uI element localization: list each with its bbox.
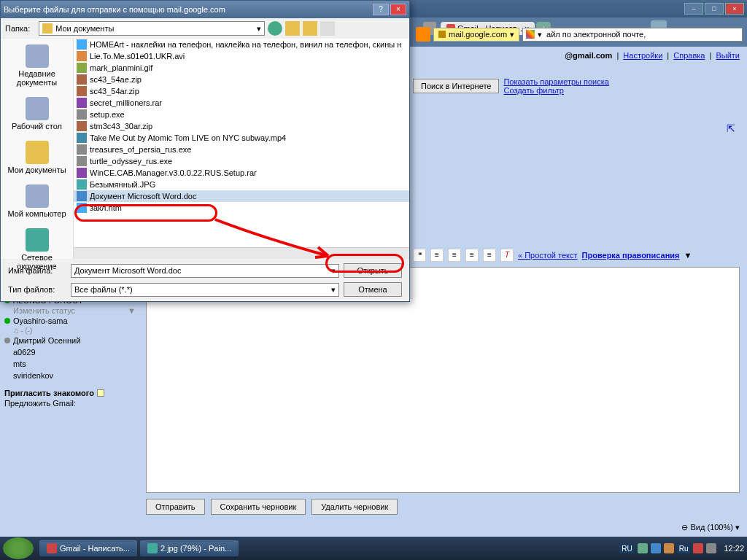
- delete-draft-button[interactable]: Удалить черновик: [311, 499, 398, 515]
- clear-format-icon[interactable]: T: [500, 249, 514, 262]
- contact-item[interactable]: a0629: [4, 346, 136, 358]
- minimize-button[interactable]: –: [684, 3, 703, 15]
- contact-item[interactable]: sviridenkov: [4, 370, 136, 381]
- file-list[interactable]: HOMEArt - наклейки на телефон, наклейка …: [74, 39, 409, 259]
- file-item[interactable]: Take Me Out by Atomic Tom LIVE on NYC su…: [74, 132, 409, 144]
- place-item[interactable]: Мои документы: [4, 138, 70, 177]
- suggest-gmail: Предложить Gmail:: [4, 397, 136, 409]
- tray-icon[interactable]: [651, 543, 661, 553]
- contact-item[interactable]: mts: [4, 358, 136, 370]
- taskbar-item-paint[interactable]: 2.jpg (79%) - Pain...: [140, 540, 239, 556]
- popout-icon[interactable]: ⇱: [727, 122, 737, 133]
- filename-input[interactable]: Документ Microsoft Word.doc▾: [71, 264, 339, 278]
- align-justify-icon[interactable]: ≡: [483, 249, 496, 262]
- close-button[interactable]: ×: [725, 3, 744, 15]
- file-item[interactable]: stm3c43_30ar.zip: [74, 120, 409, 132]
- places-bar: Недавние документыРабочий столМои докуме…: [1, 39, 74, 259]
- search-internet-button[interactable]: Поиск в Интернете: [413, 79, 499, 93]
- file-item[interactable]: WinCE.CAB.Manager.v3.0.0.22.RUS.Setup.ra…: [74, 167, 409, 179]
- file-item[interactable]: Безымянный.JPG: [74, 179, 409, 190]
- dropdown-icon[interactable]: ▾: [257, 24, 261, 34]
- place-item[interactable]: Рабочий стол: [4, 94, 70, 133]
- align-center-icon[interactable]: ≡: [448, 249, 461, 262]
- change-status[interactable]: Изменить статус▼: [4, 306, 136, 315]
- file-item[interactable]: setup.exe: [74, 109, 409, 120]
- tray-icon[interactable]: [664, 543, 674, 553]
- quote-icon[interactable]: ❝: [413, 249, 426, 262]
- file-item[interactable]: sc43_54ar.zip: [74, 85, 409, 97]
- file-type-icon: [77, 144, 87, 155]
- place-icon: [26, 97, 49, 120]
- align-left-icon[interactable]: ≡: [430, 249, 444, 262]
- show-params-link[interactable]: Показать параметры поиска: [503, 77, 608, 86]
- browser-search[interactable]: ▾ айл по электронной почте,: [522, 28, 743, 42]
- create-filter-link[interactable]: Создать фильтр: [503, 86, 608, 95]
- contact-name: mts: [13, 359, 26, 368]
- language-indicator[interactable]: Ru: [677, 544, 691, 553]
- place-item[interactable]: Недавние документы: [4, 42, 70, 90]
- file-name: закл.htm: [90, 203, 122, 212]
- view-status: ⊖ Вид (100%) ▾: [681, 523, 740, 532]
- system-tray: RU Ru 12:22: [619, 543, 744, 553]
- start-button[interactable]: [3, 537, 34, 559]
- filetype-select[interactable]: Все файлы (*.*)▾: [71, 283, 339, 297]
- view-icon[interactable]: [320, 21, 335, 36]
- rss-icon[interactable]: [416, 27, 430, 42]
- send-button[interactable]: Отправить: [146, 499, 205, 515]
- file-item[interactable]: HOMEArt - наклейки на телефон, наклейка …: [74, 39, 409, 50]
- place-label: Мой компьютер: [4, 209, 70, 218]
- contact-item[interactable]: Oyashiro-sama: [4, 315, 136, 327]
- horizontal-scrollbar[interactable]: [74, 247, 409, 259]
- dropdown-icon[interactable]: ▾: [510, 30, 514, 39]
- save-draft-button[interactable]: Сохранить черновик: [211, 499, 306, 515]
- file-name: sc43_54ar.zip: [90, 87, 139, 96]
- zoom-out-icon[interactable]: ⊖: [681, 523, 688, 532]
- spellcheck-link[interactable]: Проверка правописания: [582, 251, 680, 260]
- file-name: secret_millioners.rar: [90, 98, 162, 107]
- file-item[interactable]: treasures_of_persia_rus.exe: [74, 144, 409, 155]
- help-link[interactable]: Справка: [673, 51, 705, 60]
- maximize-button[interactable]: □: [705, 3, 724, 15]
- align-right-icon[interactable]: ≡: [465, 249, 479, 262]
- exit-link[interactable]: Выйти: [716, 51, 740, 60]
- file-name: HOMEArt - наклейки на телефон, наклейка …: [90, 40, 401, 49]
- language-indicator[interactable]: RU: [619, 544, 634, 553]
- contact-item[interactable]: Дмитрий Осенний: [4, 335, 136, 346]
- up-icon[interactable]: [285, 21, 300, 36]
- dialog-help-button[interactable]: ?: [373, 4, 389, 15]
- file-item[interactable]: sc43_54ae.zip: [74, 74, 409, 85]
- place-icon: [26, 184, 49, 208]
- file-item[interactable]: secret_millioners.rar: [74, 97, 409, 109]
- clock[interactable]: 12:22: [724, 544, 744, 553]
- url-row: mail.google.com ▾ ▾ айл по электронной п…: [416, 26, 743, 42]
- file-item[interactable]: turtle_odyssey_rus.exe: [74, 155, 409, 167]
- url-bar[interactable]: mail.google.com ▾: [433, 28, 519, 42]
- tray-icon[interactable]: [638, 543, 648, 553]
- file-item[interactable]: Lie.To.Me.s01e01.UKR.avi: [74, 50, 409, 62]
- tray-icon[interactable]: [693, 543, 703, 553]
- zoom-in-icon[interactable]: ▾: [735, 523, 740, 532]
- cancel-button[interactable]: Отмена: [344, 282, 402, 297]
- file-type-icon: [77, 86, 87, 96]
- file-type-icon: [77, 121, 87, 131]
- file-item[interactable]: mark_planmini.gif: [74, 62, 409, 74]
- back-icon[interactable]: [268, 21, 282, 36]
- place-item[interactable]: Мой компьютер: [4, 182, 70, 221]
- tray-icon[interactable]: [706, 543, 716, 553]
- settings-link[interactable]: Настройки: [623, 51, 662, 60]
- open-button[interactable]: Открыть: [344, 263, 402, 278]
- status-dot-icon: [4, 338, 10, 343]
- file-type-icon: [77, 179, 87, 190]
- new-folder-icon[interactable]: [303, 21, 317, 36]
- file-item[interactable]: закл.htm: [74, 202, 409, 214]
- invite-box-icon[interactable]: [97, 389, 104, 397]
- dialog-close-button[interactable]: ×: [390, 4, 406, 15]
- taskbar-item-gmail[interactable]: Gmail - Написать...: [39, 540, 137, 556]
- file-item[interactable]: Документ Microsoft Word.doc: [74, 190, 409, 202]
- dialog-titlebar[interactable]: Выберите файлы для отправки с помощью ma…: [1, 1, 409, 18]
- dropdown-icon[interactable]: ▼: [684, 251, 692, 260]
- plain-text-link[interactable]: « Простой текст: [518, 251, 578, 260]
- lock-icon: [438, 31, 446, 38]
- search-text: айл по электронной почте,: [546, 30, 646, 39]
- folder-select[interactable]: Мои документы ▾: [39, 21, 265, 36]
